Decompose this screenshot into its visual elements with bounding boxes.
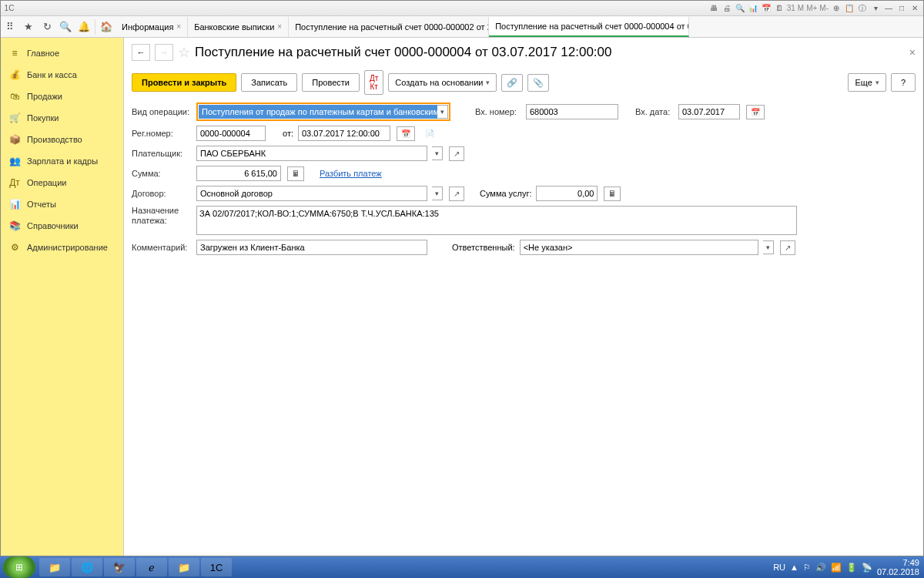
reg-num-input[interactable] [196,126,266,141]
sum-input[interactable] [196,166,281,181]
sidebar-item-label: Справочники [27,221,79,230]
more-button[interactable]: Еще [848,73,886,92]
tray-wifi-icon[interactable]: 📡 [862,563,872,573]
sidebar-item-label: Производство [27,135,82,144]
sidebar-item-main[interactable]: ≡Главное [1,42,123,64]
taskbar-app[interactable]: 1С [201,558,232,576]
window-min-icon[interactable]: — [883,3,894,14]
apps-icon[interactable]: ⠿ [1,18,19,36]
services-sum-input[interactable] [536,186,598,201]
sidebar-item-catalogs[interactable]: 📚Справочники [1,215,123,237]
sidebar-item-salary[interactable]: 👥Зарплата и кадры [1,150,123,172]
tab-close-icon[interactable]: × [277,22,282,31]
tb-m-icon[interactable]: M [798,4,804,12]
nav-fwd-icon[interactable]: → [155,44,173,61]
home-icon[interactable]: 🏠 [97,18,116,36]
tray-up-icon[interactable]: ▲ [790,563,798,572]
tb-cal-icon[interactable]: 📅 [761,3,772,14]
tb-link-icon[interactable]: 📊 [748,3,758,14]
sidebar: ≡Главное 💰Банк и касса 🛍Продажи 🛒Покупки… [1,38,124,556]
split-payment-link[interactable]: Разбить платеж [320,169,382,178]
lang-indicator[interactable]: RU [773,563,785,572]
dtkt-button[interactable]: ДтКт [364,70,383,95]
write-button[interactable]: Записать [241,73,297,92]
from-date-input[interactable] [298,126,390,141]
sidebar-item-admin[interactable]: ⚙Администрирование [1,237,123,258]
close-doc-icon[interactable]: × [909,46,916,59]
taskbar-app[interactable]: ℯ [136,558,167,576]
search-icon[interactable]: 🔍 [56,18,75,36]
tb-cal2-icon[interactable]: 🗓 [774,3,785,14]
tray-flag-icon[interactable]: ⚐ [803,563,811,573]
bell-icon[interactable]: 🔔 [75,18,93,36]
sidebar-item-sales[interactable]: 🛍Продажи [1,86,123,107]
sidebar-item-label: Операции [27,178,66,187]
chevron-down-icon[interactable]: ▾ [432,187,443,200]
star-icon[interactable]: ★ [19,18,38,36]
help-button[interactable]: ? [891,73,916,92]
sidebar-item-production[interactable]: 📦Производство [1,129,123,150]
clock[interactable]: 7:49 07.02.2018 [877,558,919,576]
chart-icon: 📊 [8,198,21,210]
tray-network-icon[interactable]: 📶 [831,563,842,573]
tb-search-icon[interactable]: 🔍 [735,3,745,14]
responsible-input[interactable] [520,240,758,255]
tab-doc4[interactable]: Поступление на расчетный счет 0000-00000… [489,17,689,37]
history-icon[interactable]: ↻ [38,18,56,36]
sidebar-item-purchases[interactable]: 🛒Покупки [1,107,123,129]
attach-button[interactable]: 📎 [527,74,549,92]
taskbar-app[interactable]: 📁 [169,558,199,576]
calendar-icon[interactable]: 📅 [397,126,415,141]
sidebar-item-label: Администрирование [27,243,108,252]
tb-printer-icon[interactable]: 🖨 [721,3,732,14]
chevron-down-icon[interactable]: ▾ [437,105,448,119]
tb-calc-icon[interactable]: 📋 [844,3,855,14]
post-button[interactable]: Провести [302,73,360,92]
page-title: Поступление на расчетный счет 0000-00000… [195,45,612,60]
chevron-down-icon[interactable]: ▾ [432,146,443,160]
comment-input[interactable] [196,240,427,255]
create-based-button[interactable]: Создать на основании [388,73,497,92]
tb-day-icon[interactable]: 31 [787,4,795,12]
open-icon[interactable]: ↗ [449,146,464,161]
post-close-button[interactable]: Провести и закрыть [132,73,236,92]
window-close-icon[interactable]: ✕ [909,3,920,14]
payer-input[interactable] [196,146,427,161]
sidebar-item-bank[interactable]: 💰Банк и касса [1,64,123,86]
in-date-input[interactable] [678,104,740,119]
in-date-label: Вх. дата: [635,107,674,116]
tb-zoom-icon[interactable]: ⊕ [831,3,842,14]
open-icon[interactable]: ↗ [449,187,464,201]
sidebar-item-reports[interactable]: 📊Отчеты [1,193,123,215]
calendar-icon[interactable]: 📅 [746,105,765,119]
posted-icon[interactable]: 📄 [421,127,438,140]
nav-back-icon[interactable]: ← [132,44,150,61]
tb-mplus-icon[interactable]: M+ [806,4,817,12]
tb-info-icon[interactable]: ⓘ [857,3,868,14]
chevron-down-icon[interactable]: ▾ [763,240,774,254]
sidebar-item-operations[interactable]: ДтОперации [1,172,123,193]
tab-info[interactable]: Информация× [116,17,188,37]
tb-mminus-icon[interactable]: M- [819,4,829,12]
tray-volume-icon[interactable]: 🔊 [815,563,826,573]
op-type-field[interactable]: Поступления от продаж по платежным карта… [196,102,450,121]
tab-doc2[interactable]: Поступление на расчетный счет 0000-00000… [289,17,489,37]
tab-bank[interactable]: Банковские выписки× [188,17,289,37]
open-icon[interactable]: ↗ [780,240,795,255]
contract-input[interactable] [196,186,427,201]
start-button[interactable]: ⊞ [3,556,35,578]
calc-icon[interactable]: 🖩 [287,166,304,181]
tab-close-icon[interactable]: × [176,22,181,31]
tray-battery-icon[interactable]: 🔋 [846,563,857,573]
calc-icon[interactable]: 🖩 [604,187,621,201]
link-button[interactable]: 🔗 [501,74,523,92]
taskbar-app[interactable]: 🦅 [104,558,135,576]
taskbar-app[interactable]: 📁 [39,558,70,576]
taskbar-app[interactable]: 🌐 [72,558,102,576]
favorite-star-icon[interactable]: ☆ [178,44,190,61]
tb-drop-icon[interactable]: ▾ [870,3,881,14]
window-max-icon[interactable]: □ [896,3,907,14]
tb-print-icon[interactable]: 🖶 [708,3,719,14]
in-num-input[interactable] [526,104,618,119]
purpose-textarea[interactable] [196,206,797,235]
